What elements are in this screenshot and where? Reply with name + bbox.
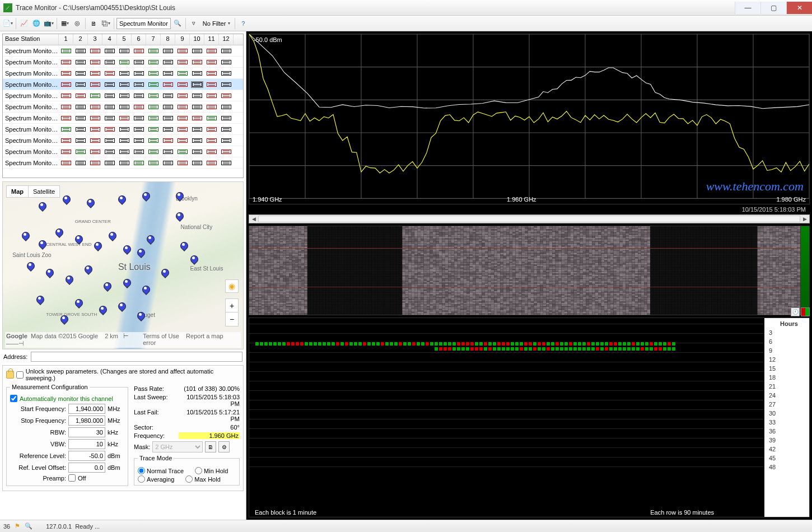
help-icon[interactable]: ? (237, 18, 249, 29)
map-pin-icon[interactable] (142, 286, 149, 296)
zoom-in-button[interactable]: + (226, 299, 238, 312)
document-icon[interactable]: 🗎 (88, 18, 99, 29)
timeline-clock-icon[interactable]: 🕘 (791, 307, 800, 316)
mask-select[interactable]: 2 GHz (152, 441, 203, 452)
svg-rect-780 (381, 232, 384, 234)
map-pin-icon[interactable] (85, 265, 91, 276)
map-pin-icon[interactable] (123, 279, 130, 289)
map-pin-icon[interactable] (176, 212, 183, 222)
map-pin-icon[interactable] (109, 232, 115, 242)
table-row[interactable]: Spectrum Monito… (3, 135, 243, 146)
map-pin-icon[interactable] (118, 195, 125, 206)
map-pin-icon[interactable] (118, 302, 125, 312)
refoffset-input[interactable] (68, 463, 105, 473)
map-pin-icon[interactable] (176, 192, 183, 202)
filter-funnel-icon[interactable]: ▿ (188, 18, 199, 29)
view-mode-combo[interactable]: Spectrum Monitor (116, 18, 171, 29)
chart-icon[interactable]: 📈 (18, 18, 30, 29)
svg-rect-1921 (568, 241, 571, 242)
table-row[interactable]: Spectrum Monito… (3, 146, 243, 157)
map-panel[interactable]: Map Satellite St Louis Brooklyn National… (2, 181, 244, 349)
waterfall-plot[interactable] (249, 226, 810, 315)
tm-normal-radio[interactable] (138, 467, 145, 474)
filter-combo[interactable]: No Filter▾ (200, 18, 233, 29)
unlock-sweep-checkbox[interactable] (16, 371, 24, 379)
table-row[interactable]: Spectrum Monito… (3, 90, 243, 101)
map-zoom[interactable]: + − (225, 298, 239, 326)
pegman-icon[interactable] (225, 279, 239, 293)
map-tab-map[interactable]: Map (7, 186, 29, 197)
map-pin-icon[interactable] (137, 312, 144, 322)
map-pin-icon[interactable] (39, 202, 45, 212)
table-row[interactable]: Spectrum Monito… (3, 79, 243, 90)
col-base-station[interactable]: Base Station (3, 34, 59, 45)
map-pin-icon[interactable] (55, 228, 62, 239)
map-pin-icon[interactable] (66, 276, 72, 286)
map-pin-icon[interactable] (147, 235, 153, 245)
mask-gear-icon[interactable]: ⚙ (218, 441, 230, 452)
rbw-input[interactable] (68, 427, 105, 437)
svg-rect-61 (384, 226, 387, 228)
reflevel-input[interactable] (68, 451, 105, 461)
grid-icon[interactable]: ▦▾ (59, 18, 71, 29)
map-pin-icon[interactable] (27, 262, 34, 272)
map-pin-icon[interactable] (39, 240, 45, 250)
stop-freq-input[interactable] (68, 416, 105, 426)
table-row[interactable]: Spectrum Monito… (3, 68, 243, 79)
table-row[interactable]: Spectrum Monito… (3, 157, 243, 169)
auto-monitor-checkbox[interactable] (10, 395, 17, 402)
table-row[interactable]: Spectrum Monito… (3, 113, 243, 124)
tm-avg-radio[interactable] (138, 475, 145, 483)
vbw-input[interactable] (68, 439, 105, 449)
svg-rect-3522 (510, 254, 512, 256)
tm-minhold-radio[interactable] (195, 467, 202, 474)
map-pin-icon[interactable] (75, 299, 82, 309)
table-row[interactable]: Spectrum Monito… (3, 45, 243, 57)
table-row[interactable]: Spectrum Monito… (3, 124, 243, 135)
map-pin-icon[interactable] (142, 192, 149, 202)
map-pin-icon[interactable] (87, 199, 94, 209)
binoculars-icon[interactable]: 🔍 (172, 18, 183, 29)
map-pin-icon[interactable] (123, 245, 130, 255)
window-maximize-button[interactable]: ▢ (760, 2, 786, 14)
spectrum-hscrollbar[interactable]: ◀▶ (249, 214, 810, 223)
window-minimize-button[interactable]: — (735, 2, 760, 14)
timeline-colorkey-icon[interactable] (801, 307, 810, 316)
map-pin-icon[interactable] (94, 242, 101, 252)
map-tab-satellite[interactable]: Satellite (29, 186, 59, 197)
map-pin-icon[interactable] (190, 255, 197, 265)
svg-rect-394 (301, 229, 304, 231)
map-pin-icon[interactable] (60, 315, 67, 325)
map-pin-icon[interactable] (22, 232, 29, 242)
monitor-icon[interactable]: 📺▾ (43, 18, 54, 29)
target-icon[interactable]: ◎ (72, 18, 83, 29)
start-freq-input[interactable] (68, 404, 105, 414)
tm-maxhold-radio[interactable] (185, 475, 193, 483)
spectrum-plot[interactable]: -50.0 dBm 1.940 GHz 1.960 GHz 1.980 GHz … (249, 34, 810, 204)
map-pin-icon[interactable] (75, 235, 82, 245)
svg-rect-2415 (427, 245, 430, 247)
globe-icon[interactable]: 🌐 (31, 18, 42, 29)
map-pin-icon[interactable] (36, 296, 43, 306)
map-pin-icon[interactable] (137, 249, 144, 259)
mask-doc-icon[interactable]: 🗎 (205, 441, 216, 452)
map-pin-icon[interactable] (63, 195, 69, 206)
map-type-toggle[interactable]: Map Satellite (6, 185, 60, 198)
table-row[interactable]: Spectrum Monito… (3, 101, 243, 113)
svg-rect-8798 (681, 297, 684, 298)
map-pin-icon[interactable] (180, 242, 187, 252)
preamp-checkbox[interactable] (68, 474, 76, 482)
new-icon[interactable]: 📄▾ (2, 18, 13, 29)
map-pin-icon[interactable] (99, 306, 106, 316)
map-pin-icon[interactable] (104, 282, 110, 292)
base-station-grid[interactable]: Base Station 1 2 3 4 5 6 7 8 9 10 11 12 … (2, 34, 244, 178)
window-close-button[interactable]: ✕ (786, 2, 812, 14)
address-input[interactable] (31, 352, 242, 362)
timeline-panel[interactable]: Each block is 1 minute Each row is 90 mi… (249, 318, 810, 517)
copy-icon[interactable]: ⿻▾ (100, 18, 111, 29)
map-pin-icon[interactable] (46, 269, 53, 279)
map-pin-icon[interactable] (161, 269, 168, 279)
table-row[interactable]: Spectrum Monito… (3, 57, 243, 68)
svg-rect-4479 (684, 262, 687, 263)
zoom-out-button[interactable]: − (226, 312, 238, 326)
